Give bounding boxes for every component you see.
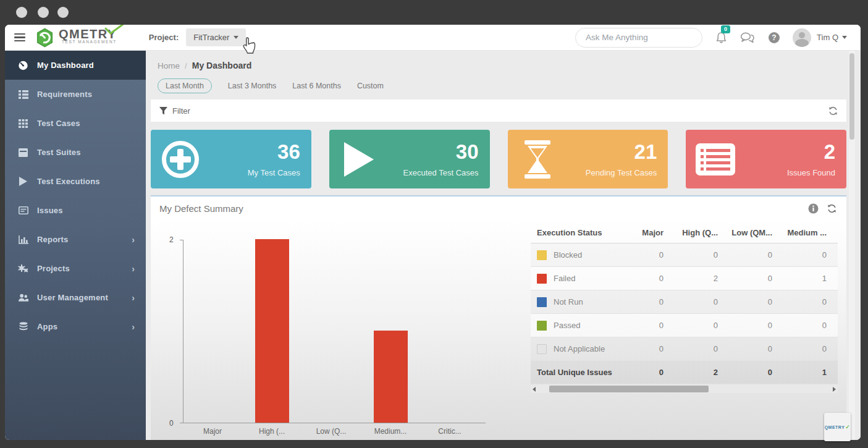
breadcrumb-separator: / [185,61,187,70]
sidebar-item-my-dashboard[interactable]: My Dashboard [5,51,146,80]
breadcrumb: Home / My Dashboard [151,51,846,70]
status-swatch [537,274,547,284]
refresh-icon[interactable] [828,106,838,116]
sidebar-item-label: Reports [37,235,69,244]
user-menu[interactable]: Tim Q [817,33,838,42]
scroll-left-arrow-icon[interactable] [533,387,536,392]
sidebar-item-test-executions[interactable]: Test Executions [5,167,146,196]
panel-title: My Defect Summary [159,203,243,214]
stat-card-issues-found[interactable]: 2 Issues Found [686,130,846,188]
global-search [575,28,702,48]
chat-icon [740,32,755,43]
app-header: QMETRY TEST MANAGEMENT Project: FitTrack… [5,25,861,51]
time-filter-last-month[interactable]: Last Month [158,78,212,93]
chart-x-label: Medium... [361,427,420,436]
table-row-failed: Failed 0 2 0 1 [531,267,838,290]
breadcrumb-home[interactable]: Home [158,61,180,70]
chart-y-tick-max: 2 [169,235,174,244]
suitcase-icon [18,147,28,158]
hourglass-icon [508,130,567,188]
chart-x-label: High (... [242,427,301,436]
col-major[interactable]: Major [620,228,675,237]
sidebar-item-projects[interactable]: Projects › [5,254,146,283]
breadcrumb-current: My Dashboard [192,61,251,70]
chevron-right-icon: › [132,264,135,274]
chevron-right-icon: › [132,235,135,245]
sidebar-item-label: Test Executions [37,177,100,186]
col-medium[interactable]: Medium ... [783,228,838,237]
time-filter-last-3-months[interactable]: Last 3 Months [228,79,277,93]
table-row-blocked: Blocked 0 0 0 0 [531,243,838,267]
search-input[interactable] [586,33,695,42]
window-control-minimize[interactable] [38,7,49,18]
help-button[interactable]: ? [768,32,780,44]
sidebar-item-requirements[interactable]: Requirements [5,80,146,109]
defect-chart-plot: 2 0 MajorHigh (...Low (Q...Medium...Crit… [183,240,479,423]
chevron-down-icon[interactable] [842,36,847,39]
messages-button[interactable] [740,32,755,43]
sidebar-item-reports[interactable]: Reports › [5,225,146,254]
app-window: QMETRY TEST MANAGEMENT Project: FitTrack… [5,25,861,440]
defect-summary-panel: My Defect Summary 2 [151,195,846,440]
col-high[interactable]: High (Q... [675,228,729,237]
chart-x-axis [183,423,486,423]
table-row-not-applicable: Not Applicable 0 0 0 0 [531,337,838,361]
sidebar-item-apps[interactable]: Apps › [5,312,146,341]
card-icon [18,205,28,216]
menu-toggle-icon[interactable] [14,32,25,44]
time-filter-custom[interactable]: Custom [357,79,384,93]
sidebar-item-issues[interactable]: Issues [5,196,146,225]
chart-x-label: Major [183,427,242,436]
funnel-icon[interactable] [159,107,167,115]
stat-card-pending-test-cases[interactable]: 21 Pending Test Cases [508,130,668,188]
stat-label: Pending Test Cases [586,168,657,177]
check-icon: ✓ [845,424,850,430]
sidebar-item-label: Test Cases [37,119,80,128]
chevron-right-icon: › [132,322,135,332]
window-control-close[interactable] [16,7,27,18]
sidebar-item-test-suites[interactable]: Test Suites [5,138,146,167]
main-content: Home / My Dashboard Last Month Last 3 Mo… [146,51,861,440]
table-row-not-run: Not Run 0 0 0 0 [531,290,838,314]
scrollbar-thumb[interactable] [549,386,709,392]
page-vertical-scrollbar[interactable] [849,51,855,440]
refresh-icon[interactable] [827,204,836,213]
avatar[interactable] [793,28,811,47]
sidebar-item-label: Test Suites [37,148,81,157]
chart-y-axis [183,240,183,423]
project-dropdown[interactable]: FitTracker [186,28,246,46]
status-swatch [537,344,547,354]
status-swatch [537,250,547,260]
sidebar-item-user-management[interactable]: User Management › [5,283,146,312]
table-horizontal-scrollbar[interactable] [531,385,838,393]
notifications-button[interactable]: 0 [715,32,727,44]
status-swatch [537,321,547,331]
play-icon [18,176,28,187]
stat-card-executed-test-cases[interactable]: 30 Executed Test Cases [329,130,490,188]
time-filter-last-6-months[interactable]: Last 6 Months [292,79,341,93]
stat-value: 30 [456,142,479,163]
window-titlebar [0,0,868,25]
notifications-badge: 0 [721,25,730,33]
qmetry-logo: QMETRY TEST MANAGEMENT [35,27,117,48]
sidebar-item-test-cases[interactable]: Test Cases [5,109,146,138]
stat-card-my-test-cases[interactable]: 36 My Test Cases [151,130,311,188]
chart-bar [255,239,289,423]
chart-bar [374,331,408,423]
window-control-zoom[interactable] [57,7,69,18]
info-icon[interactable] [808,203,819,214]
play-icon [329,130,389,188]
chevron-right-icon: › [132,293,135,303]
col-execution-status[interactable]: Execution Status [531,228,620,237]
stat-label: Executed Test Cases [403,168,479,177]
col-low[interactable]: Low (QM... [729,228,783,237]
help-icon: ? [768,32,780,44]
brand-tagline: TEST MANAGEMENT [59,40,117,44]
stat-value: 2 [824,142,835,163]
scroll-right-arrow-icon[interactable] [833,387,836,392]
filter-label[interactable]: Filter [172,106,190,116]
stat-value: 21 [634,142,657,163]
chart-y-tick-min: 0 [169,419,174,428]
cogs-icon [18,263,28,274]
scrollbar-thumb[interactable] [849,53,854,140]
